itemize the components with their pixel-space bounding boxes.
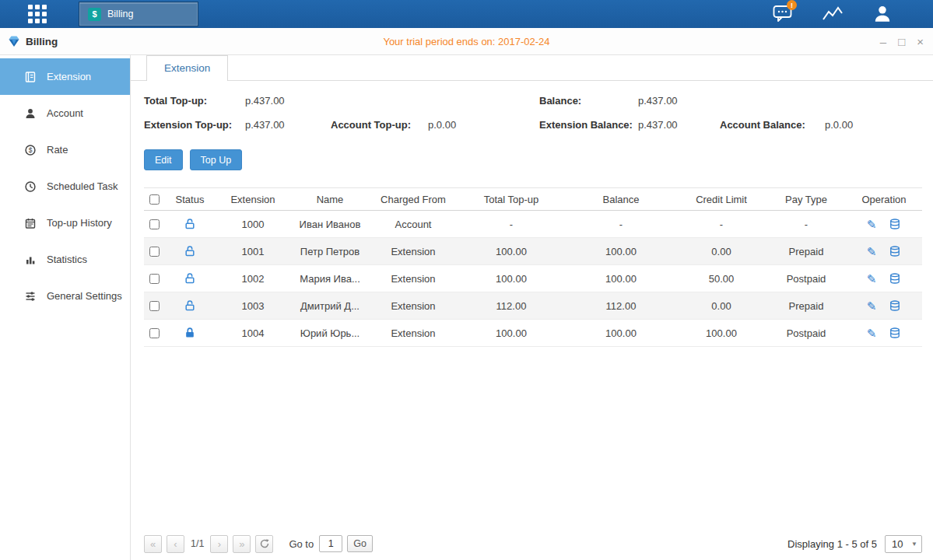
total-topup: 112.00 (457, 300, 566, 312)
minimize-icon[interactable]: – (880, 36, 886, 47)
edit-button[interactable]: Edit (144, 149, 183, 170)
extension-number: 1003 (216, 300, 290, 312)
charged-from: Account (370, 219, 457, 230)
taskbar-tab-billing[interactable]: $ Billing (79, 2, 198, 26)
balance: 112.00 (566, 300, 676, 312)
edit-pencil-icon[interactable]: ✎ (867, 300, 877, 312)
account-topup-value: p.0.00 (428, 119, 456, 131)
col-operation: Operation (846, 194, 922, 205)
refresh-button[interactable] (255, 535, 273, 553)
credit-limit: 50.00 (676, 273, 766, 285)
reports-chart-icon[interactable] (821, 3, 844, 25)
edit-pencil-icon[interactable]: ✎ (867, 246, 877, 257)
extension-panel: Total Top-up: p.437.00 Balance: p.437.00… (131, 81, 933, 560)
maximize-icon[interactable]: □ (898, 36, 905, 47)
chevron-down-icon: ▼ (911, 541, 917, 548)
row-checkbox[interactable] (149, 328, 160, 338)
extension-number: 1000 (216, 219, 290, 230)
page-size-select[interactable]: 10 ▼ (885, 535, 922, 553)
unlocked-icon[interactable] (184, 299, 196, 312)
billing-app-window: $ Billing ! (0, 0, 933, 560)
close-icon[interactable]: × (917, 36, 924, 47)
account-balance-value: p.0.00 (825, 119, 853, 131)
desktop-topbar: $ Billing ! (0, 0, 933, 28)
pay-type: Postpaid (766, 327, 846, 339)
col-status: Status (164, 194, 216, 205)
pagination-bar: « ‹ 1/1 › » Go to Go Displa (144, 534, 922, 554)
trial-period-notice: Your trial period ends on: 2017-02-24 (0, 28, 933, 54)
sidebar-item-rate[interactable]: $ Rate (0, 131, 130, 168)
col-extension: Extension (216, 194, 290, 205)
sidebar-item-account[interactable]: Account (0, 95, 130, 131)
col-total-topup: Total Top-up (457, 194, 566, 205)
col-pay-type: Pay Type (766, 194, 846, 205)
col-name: Name (290, 194, 370, 205)
sidebar-item-general-settings[interactable]: General Settings (0, 278, 130, 314)
balance-label: Balance: (539, 95, 581, 107)
unlocked-icon[interactable] (184, 245, 196, 257)
taskbar-tab-label: Billing (107, 9, 133, 19)
sidebar-item-label: General Settings (47, 290, 122, 302)
top-up-button[interactable]: Top Up (190, 149, 243, 170)
row-checkbox[interactable] (149, 301, 160, 311)
sidebar-item-scheduled-task[interactable]: Scheduled Task (0, 168, 130, 205)
user-account-icon[interactable] (871, 3, 894, 25)
extension-name: Дмитрий Д... (290, 300, 370, 312)
main-content: Extension Total Top-up: p.437.00 Balance… (131, 55, 933, 560)
edit-pencil-icon[interactable]: ✎ (867, 273, 877, 285)
edit-pencil-icon[interactable]: ✎ (867, 327, 877, 339)
prev-page-button[interactable]: ‹ (167, 535, 184, 553)
topup-coins-icon[interactable] (889, 218, 901, 230)
apps-grid-icon[interactable] (28, 5, 47, 23)
topup-coins-icon[interactable] (889, 245, 901, 257)
charged-from: Extension (370, 327, 457, 339)
balance: - (566, 219, 676, 230)
table-row: 1000 Иван Иванов Account - - - - ✎ (144, 211, 922, 238)
col-credit-limit: Credit Limit (676, 194, 766, 205)
unlocked-icon[interactable] (184, 218, 196, 230)
table-row: 1004 Юрий Юрь... Extension 100.00 100.00… (144, 320, 922, 347)
sidebar-item-topup-history[interactable]: Top-up History (0, 205, 130, 241)
extension-topup-label: Extension Top-up: (144, 119, 232, 131)
unlocked-icon[interactable] (184, 272, 196, 285)
go-button[interactable]: Go (347, 535, 373, 552)
next-page-button[interactable]: › (210, 535, 228, 553)
topup-coins-icon[interactable] (889, 272, 901, 285)
topbar-status-icons: ! (771, 3, 894, 25)
goto-label: Go to (289, 538, 314, 550)
bar-chart-icon (23, 253, 37, 266)
balance: 100.00 (566, 273, 676, 285)
total-topup: 100.00 (457, 273, 566, 285)
select-all-checkbox[interactable] (149, 194, 160, 205)
extensions-table: Status Extension Name Charged From Total… (144, 187, 922, 347)
tab-extension[interactable]: Extension (146, 55, 228, 81)
table-row: 1003 Дмитрий Д... Extension 112.00 112.0… (144, 292, 922, 320)
row-checkbox[interactable] (149, 274, 160, 284)
extension-name: Петр Петров (290, 246, 370, 257)
sidebar: Extension Account $ Rate Scheduled Task (0, 55, 131, 560)
pay-type: Postpaid (766, 273, 846, 285)
sidebar-item-statistics[interactable]: Statistics (0, 241, 130, 278)
table-header-row: Status Extension Name Charged From Total… (144, 187, 922, 211)
row-checkbox[interactable] (149, 247, 160, 257)
topup-coins-icon[interactable] (889, 299, 901, 312)
locked-icon[interactable] (184, 327, 196, 339)
balance: 100.00 (566, 327, 676, 339)
last-page-button[interactable]: » (233, 535, 251, 553)
chat-icon[interactable]: ! (771, 3, 794, 25)
sidebar-item-label: Scheduled Task (47, 180, 118, 192)
total-topup-label: Total Top-up: (144, 95, 207, 107)
first-page-button[interactable]: « (144, 535, 162, 553)
clock-icon (23, 180, 37, 193)
col-charged-from: Charged From (370, 194, 457, 205)
topup-coins-icon[interactable] (889, 327, 901, 339)
edit-pencil-icon[interactable]: ✎ (867, 219, 877, 230)
total-topup: 100.00 (457, 327, 566, 339)
row-checkbox[interactable] (149, 219, 160, 229)
extension-name: Юрий Юрь... (290, 327, 370, 339)
goto-page-input[interactable] (319, 535, 342, 552)
page-indicator: 1/1 (191, 538, 204, 549)
total-topup: - (457, 219, 566, 230)
sidebar-item-extension[interactable]: Extension (0, 58, 130, 95)
extension-name: Мария Ива... (290, 273, 370, 285)
